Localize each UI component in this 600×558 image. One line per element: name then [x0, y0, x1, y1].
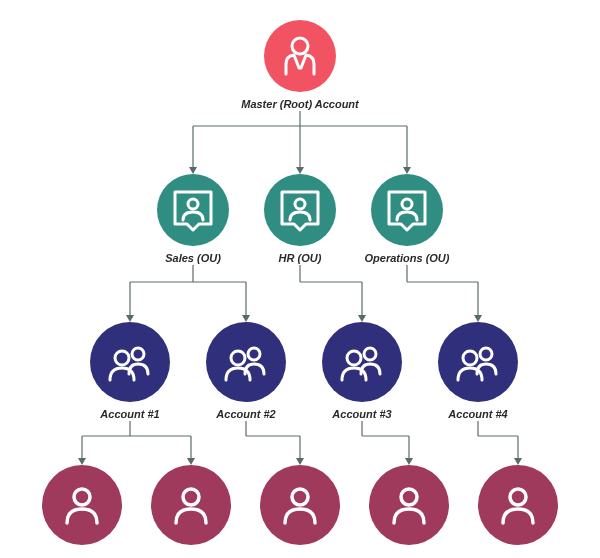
svg-marker-35 — [405, 458, 413, 465]
user-node — [42, 465, 122, 545]
account-label: Account #4 — [447, 408, 507, 420]
svg-marker-39 — [514, 458, 522, 465]
user-node — [478, 465, 558, 545]
svg-marker-3 — [189, 167, 197, 174]
account-label: Account #1 — [99, 408, 159, 420]
svg-marker-25 — [78, 458, 86, 465]
ou-node — [157, 174, 229, 246]
svg-point-57 — [438, 322, 518, 402]
svg-point-54 — [322, 322, 402, 402]
svg-point-40 — [264, 20, 336, 92]
user-node — [369, 465, 449, 545]
account-node — [322, 322, 402, 402]
ou-label: Operations (OU) — [365, 252, 450, 264]
user-node — [151, 465, 231, 545]
account-node — [206, 322, 286, 402]
svg-point-48 — [90, 322, 170, 402]
ou-node — [371, 174, 443, 246]
account-node — [438, 322, 518, 402]
account-label: Account #2 — [215, 408, 275, 420]
svg-marker-31 — [296, 458, 304, 465]
account-label: Account #3 — [331, 408, 391, 420]
svg-marker-11 — [126, 315, 134, 322]
user-node — [260, 465, 340, 545]
root-label: Master (Root) Account — [241, 98, 360, 110]
svg-marker-5 — [296, 167, 304, 174]
ou-label: HR (OU) — [279, 252, 322, 264]
root-node — [264, 20, 336, 92]
svg-marker-27 — [187, 458, 195, 465]
svg-point-51 — [206, 322, 286, 402]
account-node — [90, 322, 170, 402]
ou-label: Sales (OU) — [165, 252, 221, 264]
svg-marker-13 — [242, 315, 250, 322]
svg-marker-17 — [358, 315, 366, 322]
svg-marker-21 — [474, 315, 482, 322]
svg-marker-7 — [403, 167, 411, 174]
ou-node — [264, 174, 336, 246]
